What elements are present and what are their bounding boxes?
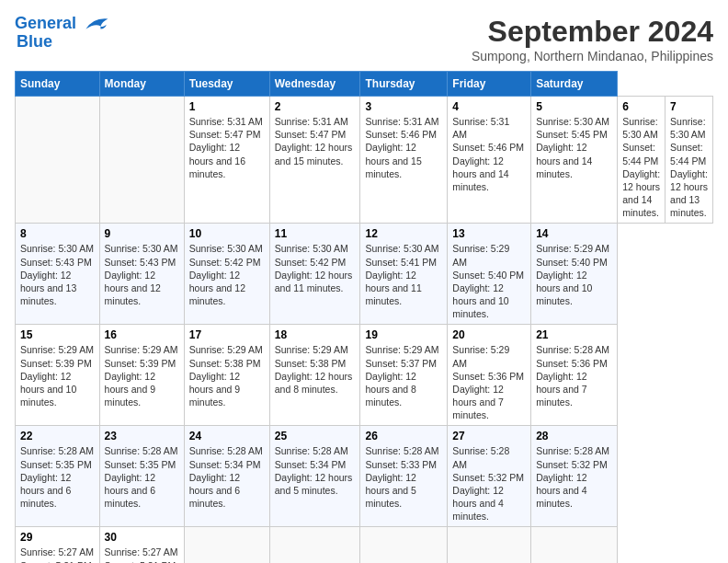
empty-cell (360, 527, 448, 563)
day-number: 9 (105, 227, 179, 240)
day-number: 26 (365, 430, 442, 442)
day-number: 5 (536, 100, 612, 113)
calendar-day-cell: 18 Sunrise: 5:29 AM Sunset: 5:38 PM Dayl… (269, 325, 360, 426)
calendar-day-cell: 29 Sunrise: 5:27 AM Sunset: 5:31 PM Dayl… (16, 527, 100, 563)
day-number: 6 (622, 100, 660, 113)
day-number: 30 (105, 531, 179, 544)
col-header-saturday: Saturday (531, 72, 618, 97)
calendar-day-cell: 10 Sunrise: 5:30 AM Sunset: 5:42 PM Dayl… (184, 224, 269, 325)
day-info: Sunrise: 5:30 AM Sunset: 5:42 PM Dayligh… (275, 242, 356, 294)
empty-cell (99, 97, 184, 224)
col-header-wednesday: Wednesday (269, 72, 360, 97)
calendar-day-cell: 1 Sunrise: 5:31 AM Sunset: 5:47 PM Dayli… (184, 97, 269, 224)
day-number: 18 (275, 328, 356, 341)
day-info: Sunrise: 5:28 AM Sunset: 5:35 PM Dayligh… (20, 444, 95, 510)
empty-cell (269, 527, 360, 563)
day-info: Sunrise: 5:27 AM Sunset: 5:31 PM Dayligh… (105, 546, 179, 563)
day-number: 7 (670, 100, 708, 113)
day-number: 2 (275, 100, 356, 113)
day-number: 20 (452, 328, 526, 341)
day-info: Sunrise: 5:31 AM Sunset: 5:47 PM Dayligh… (189, 115, 265, 180)
day-number: 29 (20, 531, 95, 544)
day-info: Sunrise: 5:30 AM Sunset: 5:45 PM Dayligh… (536, 115, 612, 180)
col-header-friday: Friday (448, 72, 531, 97)
calendar-day-cell: 24 Sunrise: 5:28 AM Sunset: 5:34 PM Dayl… (184, 426, 269, 527)
day-info: Sunrise: 5:28 AM Sunset: 5:36 PM Dayligh… (536, 343, 612, 408)
empty-cell (531, 527, 618, 563)
day-number: 3 (365, 100, 442, 113)
day-number: 12 (365, 227, 442, 240)
calendar-day-cell: 4 Sunrise: 5:31 AM Sunset: 5:46 PM Dayli… (448, 97, 531, 224)
empty-cell (448, 527, 531, 563)
col-header-thursday: Thursday (360, 72, 448, 97)
calendar-day-cell: 13 Sunrise: 5:29 AM Sunset: 5:40 PM Dayl… (448, 224, 531, 325)
day-info: Sunrise: 5:28 AM Sunset: 5:35 PM Dayligh… (105, 444, 179, 510)
day-info: Sunrise: 5:29 AM Sunset: 5:37 PM Dayligh… (365, 343, 442, 408)
day-number: 14 (536, 227, 612, 240)
logo-blue: Blue (17, 32, 52, 51)
day-number: 8 (20, 227, 95, 240)
calendar-day-cell: 12 Sunrise: 5:30 AM Sunset: 5:41 PM Dayl… (360, 224, 448, 325)
logo-general: General (15, 14, 76, 32)
day-info: Sunrise: 5:29 AM Sunset: 5:36 PM Dayligh… (452, 343, 526, 421)
day-info: Sunrise: 5:27 AM Sunset: 5:31 PM Dayligh… (20, 546, 95, 563)
day-info: Sunrise: 5:29 AM Sunset: 5:40 PM Dayligh… (452, 242, 526, 320)
month-title: September 2024 (472, 15, 713, 49)
calendar-day-cell: 2 Sunrise: 5:31 AM Sunset: 5:47 PM Dayli… (269, 97, 360, 224)
calendar-day-cell: 23 Sunrise: 5:28 AM Sunset: 5:35 PM Dayl… (99, 426, 184, 527)
calendar-day-cell: 8 Sunrise: 5:30 AM Sunset: 5:43 PM Dayli… (16, 224, 100, 325)
empty-cell (16, 97, 100, 224)
day-info: Sunrise: 5:28 AM Sunset: 5:34 PM Dayligh… (189, 444, 265, 510)
day-info: Sunrise: 5:30 AM Sunset: 5:44 PM Dayligh… (670, 115, 708, 219)
day-number: 1 (189, 100, 265, 113)
calendar-week-row: 15 Sunrise: 5:29 AM Sunset: 5:39 PM Dayl… (16, 325, 713, 426)
calendar-week-row: 1 Sunrise: 5:31 AM Sunset: 5:47 PM Dayli… (16, 97, 713, 224)
calendar-day-cell: 17 Sunrise: 5:29 AM Sunset: 5:38 PM Dayl… (184, 325, 269, 426)
calendar-day-cell: 21 Sunrise: 5:28 AM Sunset: 5:36 PM Dayl… (531, 325, 618, 426)
day-number: 10 (189, 227, 265, 240)
day-info: Sunrise: 5:29 AM Sunset: 5:38 PM Dayligh… (189, 343, 265, 408)
day-number: 16 (105, 328, 179, 341)
calendar-week-row: 22 Sunrise: 5:28 AM Sunset: 5:35 PM Dayl… (16, 426, 713, 527)
calendar-day-cell: 30 Sunrise: 5:27 AM Sunset: 5:31 PM Dayl… (99, 527, 184, 563)
day-info: Sunrise: 5:30 AM Sunset: 5:43 PM Dayligh… (105, 242, 179, 307)
col-header-monday: Monday (99, 72, 184, 97)
logo: General Blue (15, 15, 109, 52)
day-number: 22 (20, 430, 95, 442)
calendar-day-cell: 19 Sunrise: 5:29 AM Sunset: 5:37 PM Dayl… (360, 325, 448, 426)
day-info: Sunrise: 5:29 AM Sunset: 5:38 PM Dayligh… (275, 343, 356, 396)
day-info: Sunrise: 5:30 AM Sunset: 5:41 PM Dayligh… (365, 242, 442, 307)
day-number: 4 (452, 100, 526, 113)
calendar-day-cell: 25 Sunrise: 5:28 AM Sunset: 5:34 PM Dayl… (269, 426, 360, 527)
day-info: Sunrise: 5:29 AM Sunset: 5:40 PM Dayligh… (536, 242, 612, 307)
calendar-day-cell: 26 Sunrise: 5:28 AM Sunset: 5:33 PM Dayl… (360, 426, 448, 527)
calendar-table: SundayMondayTuesdayWednesdayThursdayFrid… (15, 71, 713, 563)
day-number: 21 (536, 328, 612, 341)
calendar-day-cell: 15 Sunrise: 5:29 AM Sunset: 5:39 PM Dayl… (16, 325, 100, 426)
day-number: 13 (452, 227, 526, 240)
day-info: Sunrise: 5:31 AM Sunset: 5:47 PM Dayligh… (275, 115, 356, 167)
calendar-day-cell: 22 Sunrise: 5:28 AM Sunset: 5:35 PM Dayl… (16, 426, 100, 527)
calendar-day-cell: 7 Sunrise: 5:30 AM Sunset: 5:44 PM Dayli… (665, 97, 713, 224)
calendar-day-cell: 14 Sunrise: 5:29 AM Sunset: 5:40 PM Dayl… (531, 224, 618, 325)
calendar-day-cell: 16 Sunrise: 5:29 AM Sunset: 5:39 PM Dayl… (99, 325, 184, 426)
day-info: Sunrise: 5:28 AM Sunset: 5:32 PM Dayligh… (536, 444, 612, 510)
day-info: Sunrise: 5:28 AM Sunset: 5:34 PM Dayligh… (275, 444, 356, 497)
location-subtitle: Sumpong, Northern Mindanao, Philippines (472, 49, 713, 63)
day-info: Sunrise: 5:31 AM Sunset: 5:46 PM Dayligh… (365, 115, 442, 180)
calendar-week-row: 29 Sunrise: 5:27 AM Sunset: 5:31 PM Dayl… (16, 527, 713, 563)
day-info: Sunrise: 5:30 AM Sunset: 5:44 PM Dayligh… (622, 115, 660, 219)
col-header-tuesday: Tuesday (184, 72, 269, 97)
calendar-day-cell: 6 Sunrise: 5:30 AM Sunset: 5:44 PM Dayli… (618, 97, 665, 224)
day-info: Sunrise: 5:28 AM Sunset: 5:32 PM Dayligh… (452, 444, 526, 523)
calendar-day-cell: 11 Sunrise: 5:30 AM Sunset: 5:42 PM Dayl… (269, 224, 360, 325)
calendar-day-cell: 9 Sunrise: 5:30 AM Sunset: 5:43 PM Dayli… (99, 224, 184, 325)
day-number: 23 (105, 430, 179, 442)
day-info: Sunrise: 5:30 AM Sunset: 5:43 PM Dayligh… (20, 242, 95, 307)
calendar-day-cell: 20 Sunrise: 5:29 AM Sunset: 5:36 PM Dayl… (448, 325, 531, 426)
calendar-day-cell: 3 Sunrise: 5:31 AM Sunset: 5:46 PM Dayli… (360, 97, 448, 224)
day-number: 11 (275, 227, 356, 240)
day-info: Sunrise: 5:29 AM Sunset: 5:39 PM Dayligh… (20, 343, 95, 408)
day-number: 25 (275, 430, 356, 442)
day-number: 17 (189, 328, 265, 341)
